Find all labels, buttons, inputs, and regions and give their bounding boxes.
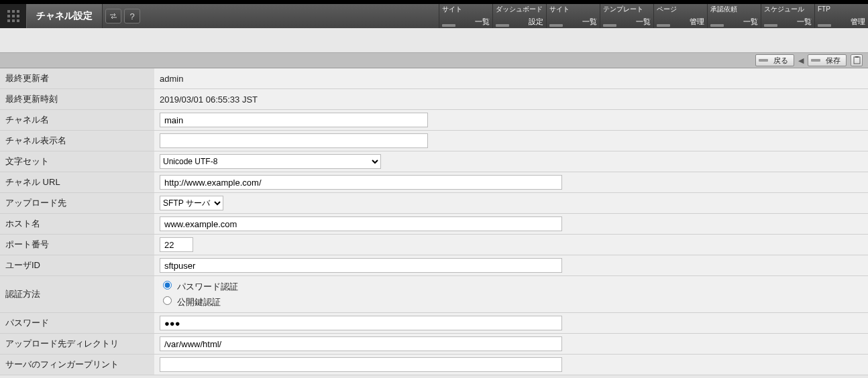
channel-display-input[interactable] (160, 133, 428, 148)
action-bar: 戻る ◀ 保存 (0, 52, 868, 68)
page-title-text: チャネル設定 (36, 10, 93, 22)
svg-rect-5 (17, 15, 19, 17)
label-channel-display: チャネル表示名 (0, 131, 154, 151)
menu-label: FTP (818, 5, 865, 13)
row-auth-method: 認証方法 パスワード認証 公開鍵認証 (0, 276, 868, 313)
svg-rect-4 (12, 15, 15, 17)
svg-rect-7 (12, 19, 15, 22)
hostname-input[interactable] (160, 216, 562, 231)
menu-bar-icon (442, 24, 455, 27)
channel-url-input[interactable] (160, 175, 562, 190)
menu-label: ダッシュボード (496, 5, 543, 13)
label-channel-name: チャネル名 (0, 110, 154, 131)
auth-password-option[interactable]: パスワード認証 (160, 279, 863, 294)
label-upload-dir: アップロード先ディレクトリ (0, 334, 154, 355)
top-menu: サイト 一覧 ダッシュボード 設定 サイト 一覧 テンプレート 一覧 ページ 管… (439, 4, 868, 28)
upload-dir-input[interactable] (160, 336, 562, 351)
charset-select[interactable]: Unicode UTF-8 (160, 154, 381, 169)
password-input[interactable] (160, 316, 562, 330)
channel-name-input[interactable] (160, 113, 428, 127)
menu-dashboard[interactable]: ダッシュボード 設定 (492, 4, 546, 28)
svg-rect-1 (12, 10, 15, 13)
menu-label: スケジュール (764, 5, 812, 13)
menu-schedule[interactable]: スケジュール 一覧 (761, 4, 814, 28)
label-fingerprint: サーバのフィンガープリント (0, 355, 154, 375)
form-table: 最終更新者 admin 最終更新時刻 2019/03/01 06:55:33 J… (0, 68, 868, 375)
port-input[interactable] (160, 237, 193, 252)
label-last-updater: 最終更新者 (0, 68, 154, 89)
menu-bar-icon (603, 24, 616, 27)
auth-password-label: パスワード認証 (177, 281, 238, 292)
save-button[interactable]: 保存 (808, 54, 847, 66)
help-icon[interactable]: ? (124, 9, 140, 23)
svg-rect-2 (17, 10, 19, 13)
label-auth-method: 認証方法 (0, 276, 154, 313)
menu-sub: 管理 (851, 17, 865, 27)
label-port: ポート番号 (0, 235, 154, 255)
auth-pubkey-label: 公開鍵認証 (177, 297, 221, 307)
upload-dest-select[interactable]: SFTP サーバ (160, 196, 223, 210)
menu-label: テンプレート (603, 5, 651, 13)
value-last-updater: admin (154, 68, 868, 89)
fingerprint-input[interactable] (160, 357, 562, 372)
row-charset: 文字セット Unicode UTF-8 (0, 151, 868, 172)
menu-bar-icon (657, 24, 670, 27)
menu-bar-icon (764, 24, 777, 27)
menu-page[interactable]: ページ 管理 (653, 4, 707, 28)
auth-pubkey-option[interactable]: 公開鍵認証 (160, 294, 863, 310)
menu-sub: 一覧 (475, 17, 490, 27)
menu-bar-icon (710, 24, 724, 27)
row-last-updated: 最終更新時刻 2019/03/01 06:55:33 JST (0, 89, 868, 110)
menu-bar-icon (818, 24, 831, 27)
row-user-id: ユーザID (0, 255, 868, 276)
row-password: パスワード (0, 313, 868, 334)
row-upload-dest: アップロード先 SFTP サーバ (0, 193, 868, 214)
sub-band (0, 28, 868, 52)
app-logo[interactable] (0, 4, 27, 28)
menu-approval[interactable]: 承認依頼 一覧 (707, 4, 761, 28)
menu-site[interactable]: サイト 一覧 (439, 4, 492, 28)
svg-rect-6 (7, 19, 10, 22)
label-hostname: ホスト名 (0, 214, 154, 235)
menu-template[interactable]: テンプレート 一覧 (600, 4, 653, 28)
header-bar: チャネル設定 ? サイト 一覧 ダッシュボード 設定 サイト 一覧 テンプレート… (0, 4, 868, 28)
clipboard-button[interactable] (851, 54, 863, 66)
svg-rect-0 (7, 10, 10, 13)
row-channel-name: チャネル名 (0, 110, 868, 131)
clipboard-icon (853, 56, 861, 64)
auth-pubkey-radio[interactable] (163, 296, 172, 305)
row-last-updater: 最終更新者 admin (0, 68, 868, 89)
label-upload-dest: アップロード先 (0, 193, 154, 214)
menu-sub: 一覧 (636, 17, 651, 27)
value-last-updated: 2019/03/01 06:55:33 JST (154, 89, 868, 110)
menu-sub: 設定 (529, 17, 543, 27)
row-hostname: ホスト名 (0, 214, 868, 235)
svg-rect-10 (855, 56, 859, 58)
row-upload-dir: アップロード先ディレクトリ (0, 334, 868, 355)
grid-icon (7, 9, 20, 23)
menu-sub: 一覧 (743, 17, 758, 27)
button-stub-icon (811, 59, 820, 62)
label-channel-url: チャネル URL (0, 172, 154, 193)
user-id-input[interactable] (160, 258, 562, 273)
back-button[interactable]: 戻る (755, 54, 794, 66)
menu-site-2[interactable]: サイト 一覧 (546, 4, 600, 28)
menu-sub: 一覧 (582, 17, 597, 27)
menu-sub: 一覧 (797, 17, 812, 27)
menu-ftp[interactable]: FTP 管理 (814, 4, 868, 28)
label-last-updated: 最終更新時刻 (0, 89, 154, 110)
tool-icon-1[interactable] (105, 9, 121, 23)
menu-bar-icon (549, 24, 563, 27)
row-port: ポート番号 (0, 235, 868, 255)
menu-label: サイト (549, 5, 597, 13)
menu-label: サイト (442, 5, 490, 13)
menu-label: 承認依頼 (710, 5, 758, 13)
row-fingerprint: サーバのフィンガープリント (0, 355, 868, 375)
auth-password-radio[interactable] (163, 281, 172, 290)
svg-rect-8 (17, 19, 19, 22)
row-channel-display: チャネル表示名 (0, 131, 868, 151)
header-tool-icons: ? (103, 4, 143, 28)
label-password: パスワード (0, 313, 154, 334)
back-label: 戻る (773, 56, 788, 66)
label-charset: 文字セット (0, 151, 154, 172)
